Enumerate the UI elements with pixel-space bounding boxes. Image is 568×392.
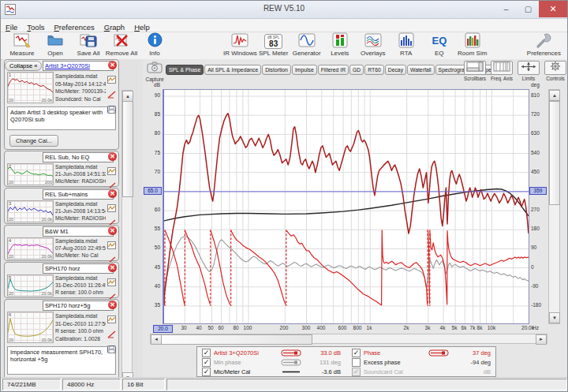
scrollbar-thumb[interactable]: [161, 334, 312, 345]
measurement-name-field[interactable]: B&W M1: [43, 226, 114, 237]
save-all-button[interactable]: Save All: [72, 32, 105, 57]
room-sim-button[interactable]: Room Sim: [456, 32, 489, 57]
scroll-up-icon[interactable]: ▲: [122, 91, 133, 102]
measurement-name-field[interactable]: SPH170 horz+5g: [43, 301, 114, 311]
chart-icon[interactable]: [107, 275, 118, 289]
tab-all-spl-impedance[interactable]: All SPL & Impedance: [204, 65, 261, 75]
measurement-notes[interactable]: Impedance measurement SPH170, horizontal…: [7, 346, 116, 375]
measurement-name-field[interactable]: SPH170 horz: [43, 263, 114, 274]
close-measurement-icon[interactable]: ✕: [108, 301, 117, 309]
measurement-thumbnail[interactable]: 12020.0k: [7, 72, 54, 103]
save-icon[interactable]: [107, 103, 118, 117]
tab-impulse[interactable]: Impulse: [292, 65, 317, 75]
preferences-button[interactable]: Preferences: [527, 32, 561, 57]
measurement-thumbnail[interactable]: 42020.0k: [7, 237, 54, 259]
scroll-right-icon[interactable]: ►: [536, 334, 547, 345]
soundcard-cal-checkbox[interactable]: ✓: [352, 368, 361, 376]
measurement-item-5[interactable]: SPH170 horz✕52020.0kSampledata.mdat31-De…: [4, 262, 119, 298]
view-button-label: Scrollbars: [464, 76, 486, 81]
levels-button[interactable]: Levels: [323, 32, 357, 57]
generator-button[interactable]: Generator: [290, 32, 323, 57]
change-cal-button[interactable]: Change Cal...: [9, 135, 58, 147]
chart-icon[interactable]: [107, 164, 118, 178]
freq-axis-button[interactable]: Freq. Axis: [491, 61, 513, 81]
spl-phase-chart[interactable]: [163, 90, 529, 323]
menu-help[interactable]: Help: [129, 22, 155, 32]
menu-tools[interactable]: Tools: [22, 22, 49, 32]
measurement-thumbnail[interactable]: 62020.0k: [7, 312, 54, 343]
slope-icon[interactable]: [107, 88, 118, 102]
overlays-icon: [364, 32, 382, 51]
measurement-thumbnail[interactable]: 52020.0k: [7, 274, 54, 297]
measurement-name-field[interactable]: REL Sub, No EQ: [43, 152, 114, 162]
measurement-name-field[interactable]: REL Sub+mains: [43, 189, 114, 200]
menu-file[interactable]: File: [1, 22, 22, 32]
chart-icon[interactable]: [107, 201, 118, 215]
min-phase-checkbox[interactable]: ✓: [202, 358, 211, 367]
capture-button[interactable]: Capture: [145, 62, 164, 83]
limits-button[interactable]: Limits: [518, 61, 540, 81]
scrollbar-thumb[interactable]: [122, 101, 133, 197]
measurement-item-2[interactable]: REL Sub, No EQ✕220200Sampledata.mdat21-J…: [4, 151, 119, 187]
rta-button[interactable]: RTA: [390, 32, 423, 57]
tab-filtered-ir[interactable]: Filtered IR: [318, 65, 349, 75]
scrollbar-thumb[interactable]: [549, 101, 560, 205]
tab-waterfall[interactable]: Waterfall: [407, 65, 435, 75]
measurement-item-4[interactable]: B&W M1✕42020.0kSampledata.mdat07-Aug-201…: [4, 225, 119, 261]
measure-button[interactable]: Measure: [6, 32, 39, 57]
red-chip[interactable]: [423, 345, 454, 360]
chart-icon[interactable]: [107, 312, 118, 327]
tab-decay[interactable]: Decay: [385, 65, 406, 75]
mic-meter-cal-checkbox[interactable]: ✓: [202, 368, 211, 376]
controls-button[interactable]: Controls: [544, 61, 566, 81]
measurement-thumbnail[interactable]: 220200: [7, 163, 54, 185]
close-button[interactable]: ✕: [539, 1, 567, 17]
remove-all-button[interactable]: Remove All: [105, 32, 138, 57]
slope-icon[interactable]: [107, 327, 118, 342]
menu-preferences[interactable]: Preferences: [50, 22, 99, 32]
measurement-info-line: Soundcard: No Cal: [55, 95, 106, 103]
close-measurement-icon[interactable]: ✕: [108, 152, 117, 161]
measurement-list-scrollbar[interactable]: ▲ ▼: [121, 90, 133, 384]
collapse-button[interactable]: Collapse «: [5, 61, 42, 71]
close-measurement-icon[interactable]: ✕: [108, 263, 117, 272]
horizontal-scrollbar[interactable]: ◄ ►: [150, 334, 547, 344]
minimize-button[interactable]: –: [495, 1, 517, 17]
eq-button[interactable]: EQEQ: [423, 32, 456, 57]
measurement-name-field[interactable]: Artist 3+Q2070Si: [43, 61, 114, 71]
excess-phase-checkbox[interactable]: [352, 358, 361, 367]
measurement-item-1[interactable]: Artist 3+Q2070Si✕12020.0kSampledata.mdat…: [4, 59, 119, 150]
open-button[interactable]: Open: [39, 32, 72, 57]
tab-gd[interactable]: GD: [349, 65, 364, 75]
chart-icon[interactable]: [107, 73, 118, 87]
spl-meter-button[interactable]: dB SPL83SPL Meter: [257, 32, 290, 57]
plot-area[interactable]: [163, 89, 529, 324]
scroll-left-icon[interactable]: ◄: [151, 334, 162, 345]
status-spacer: [166, 379, 567, 390]
measurement-item-3[interactable]: REL Sub+mains✕32020.0kSampledata.mdat21-…: [4, 188, 119, 224]
measurement-info-line: 31-Dec-2010 11:27:50: [55, 320, 106, 328]
ir-windows-button[interactable]: IR Windows: [223, 32, 257, 57]
close-measurement-icon[interactable]: ✕: [108, 189, 117, 198]
measurement-thumbnail[interactable]: 32020.0k: [7, 200, 54, 222]
left-axis-tick: 50: [143, 245, 160, 250]
close-measurement-icon[interactable]: ✕: [108, 61, 117, 69]
chart-icon[interactable]: [107, 238, 118, 252]
vertical-scrollbar[interactable]: ▲ ▼: [548, 89, 560, 324]
tab-rt60[interactable]: RT60: [364, 65, 384, 75]
scrollbars-button[interactable]: Scrollbars: [464, 61, 486, 81]
toolbar: MeasureOpenSave AllRemove AllInfo IR Win…: [1, 32, 567, 60]
scroll-down-icon[interactable]: ▼: [549, 312, 560, 323]
overlays-button[interactable]: Overlays: [357, 32, 390, 57]
maximize-button[interactable]: ▢: [518, 1, 539, 17]
menu-graph[interactable]: Graph: [99, 22, 129, 32]
phase-checkbox[interactable]: ✓: [352, 349, 361, 357]
artist-3-q2070si-checkbox[interactable]: ✓: [202, 349, 211, 357]
measurement-notes[interactable]: Adam Artist 3 desktop speaker with Q2070…: [7, 106, 116, 130]
info-button[interactable]: Info: [138, 32, 171, 57]
save-icon[interactable]: [107, 342, 118, 357]
scroll-up-icon[interactable]: ▲: [549, 90, 560, 101]
tab-distortion[interactable]: Distortion: [262, 65, 291, 75]
close-measurement-icon[interactable]: ✕: [108, 226, 117, 235]
tab-spl-phase[interactable]: SPL & Phase: [166, 65, 204, 75]
